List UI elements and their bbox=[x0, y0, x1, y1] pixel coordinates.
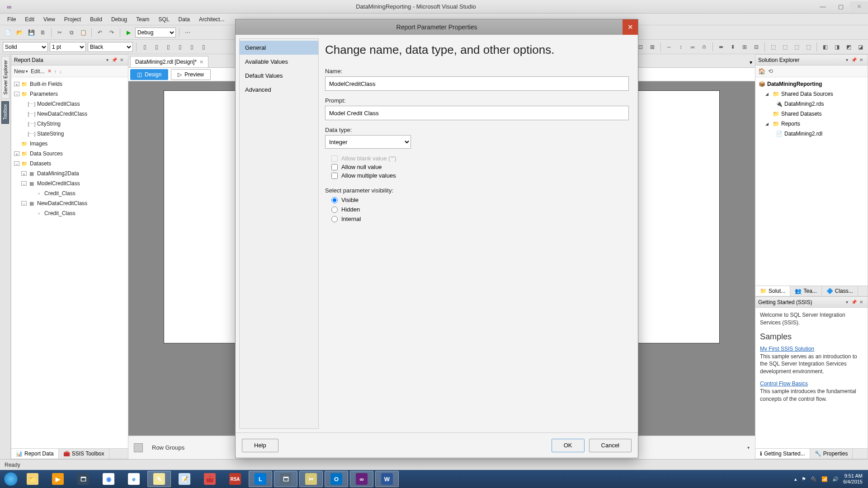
pin-icon[interactable]: 📌 bbox=[111, 56, 118, 64]
config-select[interactable]: Debug bbox=[135, 28, 176, 38]
tray-arrow-icon[interactable]: ▴ bbox=[794, 476, 797, 482]
tree-images[interactable]: 📁Images bbox=[11, 139, 128, 149]
align-icon[interactable]: ▯ bbox=[151, 42, 161, 52]
tray-network-icon[interactable]: 📶 bbox=[821, 476, 828, 482]
minimize-button[interactable]: — bbox=[814, 1, 832, 12]
move-down-icon[interactable]: ↓ bbox=[59, 69, 62, 74]
pin-icon[interactable]: 📌 bbox=[850, 299, 858, 306]
menu-debug[interactable]: Debug bbox=[107, 15, 132, 24]
menu-view[interactable]: View bbox=[39, 15, 60, 24]
panel-close-icon[interactable]: ✕ bbox=[858, 299, 865, 306]
toolbox-tab[interactable]: Toolbox bbox=[1, 101, 9, 124]
layout-icon[interactable]: ⬚ bbox=[780, 42, 790, 52]
tab-team[interactable]: 👥Tea... bbox=[790, 286, 821, 296]
panel-dropdown-icon[interactable]: ▾ bbox=[843, 56, 850, 64]
refresh-icon[interactable]: ⟲ bbox=[768, 68, 773, 75]
gs-link-first-ssis[interactable]: My First SSIS Solution bbox=[760, 346, 814, 352]
nav-general[interactable]: General bbox=[240, 41, 318, 55]
pin-icon[interactable]: 📌 bbox=[850, 56, 858, 64]
taskbar-notepad[interactable]: 📝 bbox=[173, 471, 196, 487]
allow-null-checkbox[interactable] bbox=[331, 164, 338, 170]
undo-icon[interactable]: ↶ bbox=[95, 28, 105, 38]
visibility-visible-radio[interactable] bbox=[331, 197, 338, 203]
layout-icon[interactable]: ◧ bbox=[820, 42, 830, 52]
panel-close-icon[interactable]: ✕ bbox=[118, 56, 125, 64]
taskbar-media[interactable]: ▶ bbox=[46, 471, 70, 487]
help-button[interactable]: Help bbox=[242, 439, 278, 452]
close-tab-icon[interactable]: ✕ bbox=[199, 59, 203, 65]
layout-icon[interactable]: ◨ bbox=[832, 42, 842, 52]
doc-tab[interactable]: DataMining2.rdl [Design]* ✕ bbox=[130, 56, 208, 67]
cut-icon[interactable]: ✂ bbox=[55, 28, 65, 38]
start-icon[interactable]: ▶ bbox=[123, 28, 133, 38]
nav-available-values[interactable]: Available Values bbox=[240, 55, 318, 69]
new-project-icon[interactable]: 📄 bbox=[3, 28, 13, 38]
tree-datasources[interactable]: +📁Data Sources bbox=[11, 149, 128, 159]
tree-param2[interactable]: [⋯]NewDataCreditClass bbox=[11, 109, 128, 119]
tree-ds1[interactable]: +▦DataMining2Data bbox=[11, 169, 128, 178]
layout-icon[interactable]: ⬚ bbox=[792, 42, 802, 52]
tray-flag-icon[interactable]: ⚑ bbox=[802, 476, 806, 482]
dialog-close-button[interactable]: ✕ bbox=[623, 19, 638, 35]
tree-ds3-field[interactable]: ▫Credit_Class bbox=[11, 208, 128, 218]
delete-icon[interactable]: ✕ bbox=[47, 68, 52, 74]
tree-ds2-field[interactable]: ▫Credit_Class bbox=[11, 188, 128, 198]
menu-edit[interactable]: Edit bbox=[20, 15, 39, 24]
doc-tab-dropdown-icon[interactable]: ▾ bbox=[750, 59, 752, 66]
visibility-hidden-radio[interactable] bbox=[331, 206, 338, 213]
tree-ds2[interactable]: −▦ModelCreditClass bbox=[11, 178, 128, 188]
layout-icon[interactable]: ⊟ bbox=[751, 42, 761, 52]
tray-clock[interactable]: 9:51 AM 6/4/2015 bbox=[843, 473, 863, 485]
line-weight-select[interactable]: 1 pt bbox=[50, 42, 86, 52]
align-left-icon[interactable]: ▯ bbox=[140, 42, 150, 52]
start-button[interactable] bbox=[2, 470, 20, 488]
line-style-select[interactable]: Solid bbox=[3, 42, 48, 52]
cancel-button[interactable]: Cancel bbox=[589, 439, 632, 452]
layout-icon[interactable]: ⊞ bbox=[740, 42, 750, 52]
taskbar-outlook[interactable]: O bbox=[325, 471, 348, 487]
home-icon[interactable]: 🏠 bbox=[758, 68, 765, 75]
nav-default-values[interactable]: Default Values bbox=[240, 69, 318, 83]
tree-parameters[interactable]: −📁Parameters bbox=[11, 89, 128, 99]
layout-icon[interactable]: ⬌ bbox=[716, 42, 726, 52]
panel-dropdown-icon[interactable]: ▾ bbox=[104, 56, 111, 64]
align-icon[interactable]: ▯ bbox=[175, 42, 185, 52]
align-icon[interactable]: ▯ bbox=[163, 42, 173, 52]
name-input[interactable] bbox=[325, 76, 629, 91]
tree-datasets[interactable]: −📁Datasets bbox=[11, 159, 128, 169]
align-icon[interactable]: ▯ bbox=[198, 42, 208, 52]
design-tab[interactable]: ◫Design bbox=[130, 69, 168, 80]
taskbar-word[interactable]: W bbox=[375, 471, 399, 487]
tree-ds3[interactable]: −▦NewDataCreditClass bbox=[11, 198, 128, 208]
move-up-icon[interactable]: ↑ bbox=[54, 69, 57, 74]
layout-icon[interactable]: ⬚ bbox=[803, 42, 813, 52]
solution-root[interactable]: 📦DataMiningReporting bbox=[755, 79, 868, 89]
tree-builtins[interactable]: +📁Built-in Fields bbox=[11, 79, 128, 89]
shared-data-source-item[interactable]: 🔌DataMining2.rds bbox=[755, 99, 868, 109]
tab-report-data[interactable]: 📊Report Data bbox=[11, 449, 59, 459]
open-icon[interactable]: 📂 bbox=[14, 28, 24, 38]
server-explorer-tab[interactable]: Server Explorer bbox=[1, 56, 9, 99]
color-select[interactable]: Black bbox=[88, 42, 133, 52]
shared-datasets[interactable]: 📁Shared Datasets bbox=[755, 109, 868, 119]
taskbar-chrome[interactable]: ◉ bbox=[97, 471, 120, 487]
taskbar-vs[interactable]: ∞ bbox=[350, 471, 373, 487]
taskbar-app[interactable]: 🗔 bbox=[274, 471, 297, 487]
tool-icon[interactable]: ⋯ bbox=[183, 28, 193, 38]
ok-button[interactable]: OK bbox=[552, 439, 585, 452]
redo-icon[interactable]: ↷ bbox=[107, 28, 117, 38]
tab-properties[interactable]: 🔧Properties bbox=[810, 449, 853, 459]
layout-icon[interactable]: ⬚ bbox=[768, 42, 778, 52]
taskbar-lync[interactable]: L bbox=[249, 471, 272, 487]
tray-volume-icon[interactable]: 🔊 bbox=[832, 476, 839, 482]
tray-power-icon[interactable]: 🔌 bbox=[811, 476, 817, 482]
shared-data-sources[interactable]: ◢📁Shared Data Sources bbox=[755, 89, 868, 99]
tab-getting-started[interactable]: ℹGetting Started... bbox=[755, 449, 810, 459]
menu-project[interactable]: Project bbox=[60, 15, 85, 24]
layout-icon[interactable]: ⫙ bbox=[699, 42, 709, 52]
taskbar-app[interactable]: ✂ bbox=[299, 471, 323, 487]
menu-data[interactable]: Data bbox=[174, 15, 194, 24]
taskbar-rsa[interactable]: RSA bbox=[223, 471, 247, 487]
save-all-icon[interactable]: 🗎 bbox=[38, 28, 48, 38]
datatype-select[interactable]: Integer bbox=[325, 135, 411, 149]
